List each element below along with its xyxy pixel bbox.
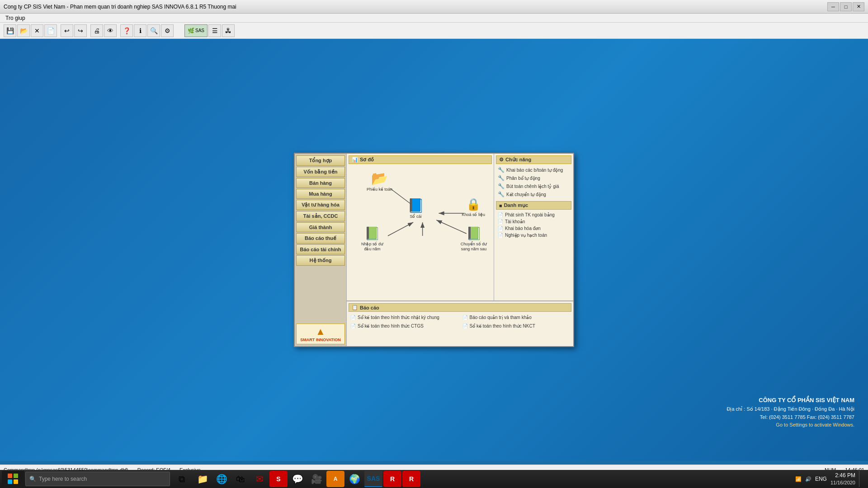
dm-phat-sinh[interactable]: 📄 Phát sinh TK ngoài bảng (496, 211, 571, 218)
clock-date: 11/16/2020 (830, 479, 855, 486)
diagram-nhap-so-du: 📗 Nhập số dư đầu năm (358, 226, 387, 252)
sidebar-logo: ▲ SMART INNOVATION (296, 324, 345, 344)
dm-label-2: Tài khoản (505, 219, 525, 224)
title-bar-text: Cong ty CP SIS Viet Nam - Phan mem quan … (4, 4, 827, 10)
report-nhat-ky-chung[interactable]: 📄 Sổ kế toán theo hình thức nhật ký chun… (349, 314, 460, 321)
sidebar-item-bao-cao-tai-chinh[interactable]: Báo cáo tài chính (296, 244, 345, 254)
func-label-4: Kết chuyển tự động (506, 192, 546, 197)
taskbar-apps: 📁 🌐 🛍 ✉ S 💬 🎥 A 🌍 SAS R R (193, 471, 420, 487)
toolbar-redo[interactable]: ↪ (74, 24, 87, 37)
dm-tai-khoan[interactable]: 📄 Tài khoản (496, 218, 571, 225)
danh-muc-header: ■ Danh mục (496, 201, 571, 210)
window-controls: ─ □ ✕ (827, 2, 864, 11)
taskbar-red-app2[interactable]: R (383, 471, 401, 487)
sidebar-item-gia-thanh[interactable]: Giá thành (296, 222, 345, 232)
func-icon-2: 🔧 (498, 175, 505, 181)
taskbar-edge[interactable]: 🌐 (212, 471, 231, 487)
func-khai-bao[interactable]: 🔧 Khai báo các b/toán tự động (496, 166, 571, 174)
search-box[interactable]: 🔍 Type here to search (25, 472, 170, 486)
menu-bar: Tro giup (0, 14, 868, 23)
report-label-4: Báo cáo quản trị và tham khảo (470, 315, 532, 320)
tray-language[interactable]: ENG (815, 476, 827, 482)
dm-label-3: Khai báo hóa đơn (505, 226, 541, 231)
diagram-header-icon: 📊 (352, 157, 358, 163)
windows-logo-icon (8, 474, 19, 484)
functions-header: ⚙ Chức năng (496, 155, 571, 164)
taskbar-red-app1[interactable]: S (269, 471, 288, 487)
diagram-chuyen-so-du: 📗 Chuyển số dư sang năm sau (458, 226, 490, 252)
reports-header-title: Báo cáo (360, 305, 379, 310)
taskbar-orange-app[interactable]: A (326, 471, 344, 487)
report-quan-tri[interactable]: 📄 Báo cáo quản trị và tham khảo (461, 314, 572, 321)
system-tray: 📶 🔊 ENG 2:46 PM 11/16/2020 (795, 471, 866, 487)
func-ket-chuyen[interactable]: 🔧 Kết chuyển tự động (496, 190, 571, 198)
minimize-button[interactable]: ─ (827, 2, 839, 11)
toolbar-search[interactable]: 🔍 (147, 24, 160, 37)
func-but-toan[interactable]: 🔧 Bút toán chênh lệch tỷ giá (496, 182, 571, 190)
menu-item-help[interactable]: Tro giup (4, 15, 27, 21)
dm-icon-3: 📄 (498, 226, 503, 231)
sidebar-item-tong-hop[interactable]: Tổng hợp (296, 155, 345, 166)
tray-network-icon: 📶 (795, 476, 802, 482)
dm-icon-1: 📄 (498, 212, 503, 217)
sidebar-item-he-thong[interactable]: Hệ thống (296, 255, 345, 266)
toolbar-undo[interactable]: ↩ (61, 24, 73, 37)
maximize-button[interactable]: □ (840, 2, 852, 11)
report-nkct[interactable]: 📄 Sổ kế toán theo hình thức NKCT (461, 322, 572, 330)
taskbar-task-view[interactable]: ⧉ (173, 471, 191, 487)
taskbar-zoom[interactable]: 🎥 (307, 471, 326, 487)
show-desktop-button[interactable] (859, 471, 863, 487)
sidebar-item-tai-san-ccdc[interactable]: Tài sản, CCDC (296, 211, 345, 221)
activate-windows-text[interactable]: Go to Settings to activate Windows. (726, 421, 854, 429)
reports-header: 📋 Báo cáo (349, 303, 571, 312)
dm-nghiep-vu[interactable]: 📄 Nghiệp vụ hạch toán (496, 232, 571, 239)
diagram-phieu-ke-toan: 📂 Phiếu kế toán (367, 170, 392, 192)
func-icon-4: 🔧 (498, 191, 505, 197)
report-label-2: Sổ kế toán theo hình thức CTGS (358, 324, 424, 328)
dm-label-1: Phát sinh TK ngoài bảng (505, 212, 555, 217)
func-label-2: Phân bổ tự động (506, 176, 540, 181)
diagram-so-cai-label: Sổ cái (407, 214, 424, 219)
toolbar-special-1[interactable]: 🌿SAS (184, 24, 208, 37)
diagram-header: 📊 Sơ đồ (349, 155, 492, 164)
sidebar-item-ban-hang[interactable]: Bán hàng (296, 178, 345, 188)
reports-section: 📋 Báo cáo 📄 Sổ kế toán theo hình thức nh… (347, 301, 573, 346)
toolbar-close[interactable]: ✕ (31, 24, 43, 37)
taskbar-file-explorer[interactable]: 📁 (193, 471, 212, 487)
toolbar-preview[interactable]: 👁 (104, 24, 117, 37)
taskbar-sas-app[interactable]: SAS (364, 471, 382, 487)
taskbar-store[interactable]: 🛍 (231, 471, 250, 487)
taskbar-mail[interactable]: ✉ (250, 471, 269, 487)
start-button[interactable] (2, 471, 24, 487)
taskbar-blue-app[interactable]: 🌍 (345, 471, 363, 487)
diagram-khoa-so-lieu: 🔒 Khoá số liệu (462, 197, 485, 217)
sidebar-item-von-bang-tien[interactable]: Vốn bằng tiền (296, 167, 345, 177)
taskbar-skype[interactable]: 💬 (288, 471, 307, 487)
sidebar-item-bao-cao-thue[interactable]: Báo cáo thuế (296, 233, 345, 244)
dm-khai-bao-hoa-don[interactable]: 📄 Khai báo hóa đơn (496, 225, 571, 232)
clock: 2:46 PM 11/16/2020 (830, 472, 855, 486)
danh-muc-icon: ■ (499, 203, 502, 208)
sidebar-item-mua-hang[interactable]: Mua hàng (296, 189, 345, 199)
taskbar-red-app3[interactable]: R (402, 471, 420, 487)
content-area: 📊 Sơ đồ (347, 154, 573, 346)
toolbar-info[interactable]: ℹ (134, 24, 146, 37)
diagram-panel: 📊 Sơ đồ (347, 154, 494, 300)
dm-icon-2: 📄 (498, 219, 503, 224)
close-button[interactable]: ✕ (853, 2, 864, 11)
toolbar-print[interactable]: 🖨 (90, 24, 103, 37)
taskbar: 🔍 Type here to search ⧉ 📁 🌐 🛍 ✉ S 💬 🎥 A … (0, 470, 868, 488)
toolbar-new[interactable]: 📄 (44, 24, 57, 37)
toolbar-save[interactable]: 💾 (4, 24, 16, 37)
toolbar-help[interactable]: ❓ (120, 24, 133, 37)
toolbar-special-2[interactable]: ☰ (208, 24, 221, 37)
func-phan-bo[interactable]: 🔧 Phân bổ tự động (496, 174, 571, 182)
main-area: Tổng hợp Vốn bằng tiền Bán hàng Mua hàng… (0, 39, 868, 461)
toolbar-open[interactable]: 📂 (17, 24, 30, 37)
toolbar: 💾 📂 ✕ 📄 ↩ ↪ 🖨 👁 ❓ ℹ 🔍 ⚙ 🌿SAS ☰ 🖧 (0, 23, 868, 39)
report-ctgs[interactable]: 📄 Sổ kế toán theo hình thức CTGS (349, 322, 460, 330)
toolbar-config[interactable]: ⚙ (161, 24, 174, 37)
sidebar-item-vat-tu-hang-hoa[interactable]: Vật tư hàng hóa (296, 200, 345, 210)
toolbar-special-3[interactable]: 🖧 (222, 24, 235, 37)
diagram-body: 📂 Phiếu kế toán 📘 Sổ cái 🔒 Khoá số liệu (349, 166, 492, 256)
